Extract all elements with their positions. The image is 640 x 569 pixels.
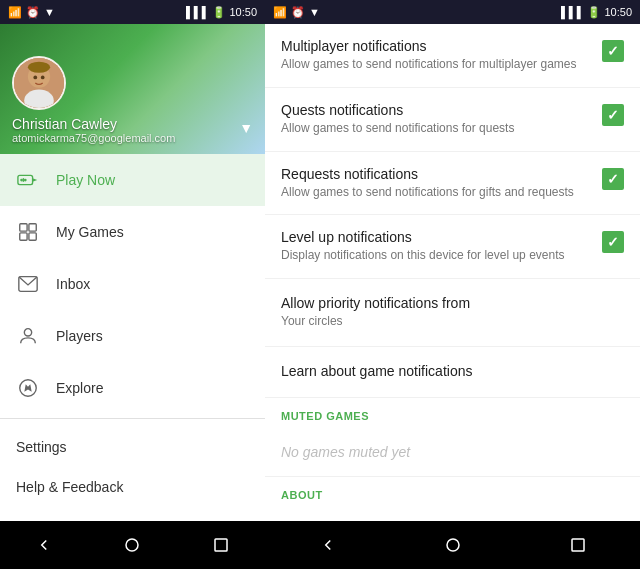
quests-notif-title: Quests notifications [281, 102, 590, 118]
svg-point-15 [24, 328, 31, 335]
priority-link[interactable]: Allow priority notifications from Your c… [265, 279, 640, 347]
levelup-notif-title: Level up notifications [281, 229, 590, 245]
svg-rect-11 [29, 223, 36, 230]
priority-sub: Your circles [281, 313, 624, 330]
quests-notif-item: Quests notifications Allow games to send… [265, 88, 640, 152]
requests-notif-text: Requests notifications Allow games to se… [281, 166, 602, 201]
multiplayer-notif-desc: Allow games to send notifications for mu… [281, 56, 590, 73]
quests-checkmark: ✓ [607, 107, 619, 123]
my-games-label: My Games [56, 224, 124, 240]
learn-title: Learn about game notifications [281, 363, 624, 379]
svg-point-8 [24, 178, 27, 181]
right-alarm-icon: ⏰ [291, 6, 305, 19]
status-left-icons: 📶 ⏰ ▼ [8, 6, 55, 19]
avatar-face [14, 58, 64, 108]
svg-rect-21 [572, 539, 584, 551]
quests-notif-text: Quests notifications Allow games to send… [281, 102, 602, 137]
svg-point-20 [447, 539, 459, 551]
multiplayer-notif-title: Multiplayer notifications [281, 38, 590, 54]
svg-marker-17 [24, 384, 31, 391]
right-status-left: 📶 ⏰ ▼ [273, 6, 320, 19]
left-status-bar: 📶 ⏰ ▼ ▌▌▌ 🔋 10:50 [0, 0, 265, 24]
right-recent-button[interactable] [558, 525, 598, 565]
play-now-icon [16, 168, 40, 192]
play-now-label: Play Now [56, 172, 115, 188]
svg-rect-13 [29, 232, 36, 239]
inbox-icon [16, 272, 40, 296]
right-back-button[interactable] [308, 525, 348, 565]
sidebar-item-play-now[interactable]: Play Now [0, 154, 265, 206]
alarm-icon: ⏰ [26, 6, 40, 19]
players-label: Players [56, 328, 103, 344]
levelup-checkmark: ✓ [607, 234, 619, 250]
avatar [12, 56, 66, 110]
requests-notif-item: Requests notifications Allow games to se… [265, 152, 640, 216]
muted-section-header: MUTED GAMES [265, 398, 640, 428]
recent-button[interactable] [201, 525, 241, 565]
right-content: Multiplayer notifications Allow games to… [265, 24, 640, 521]
svg-rect-19 [215, 539, 227, 551]
muted-placeholder: No games muted yet [265, 428, 640, 477]
svg-point-4 [33, 76, 37, 80]
levelup-notif-desc: Display notifications on this device for… [281, 247, 590, 264]
levelup-notif-text: Level up notifications Display notificat… [281, 229, 602, 264]
left-time: 10:50 [229, 6, 257, 18]
quests-notif-desc: Allow games to send notifications for qu… [281, 120, 590, 137]
profile-area: Christian Cawley atomickarma75@googlemai… [0, 24, 265, 154]
home-button[interactable] [112, 525, 152, 565]
explore-label: Explore [56, 380, 103, 396]
bottom-menu: Settings Help & Feedback [0, 423, 265, 511]
right-status-bar: 📶 ⏰ ▼ ▌▌▌ 🔋 10:50 [265, 0, 640, 24]
right-status-right: ▌▌▌ 🔋 10:50 [561, 6, 632, 19]
about-section-header: ABOUT [265, 477, 640, 507]
wifi-icon: ▼ [44, 6, 55, 18]
menu-divider [0, 418, 265, 419]
sidebar-item-players[interactable]: Players [0, 310, 265, 362]
requests-checkmark: ✓ [607, 171, 619, 187]
right-nav-bar [265, 521, 640, 569]
learn-link[interactable]: Learn about game notifications [265, 347, 640, 398]
settings-item[interactable]: Settings [0, 427, 265, 467]
svg-point-2 [28, 62, 50, 73]
signal-icon: ▌▌▌ [186, 6, 209, 18]
sidebar-item-my-games[interactable]: My Games [0, 206, 265, 258]
right-panel: 📶 ⏰ ▼ ▌▌▌ 🔋 10:50 Multiplayer notificati… [265, 0, 640, 569]
levelup-notif-item: Level up notifications Display notificat… [265, 215, 640, 279]
left-panel: 📶 ⏰ ▼ ▌▌▌ 🔋 10:50 [0, 0, 265, 569]
right-signal-icon: ▌▌▌ [561, 6, 584, 18]
status-right: ▌▌▌ 🔋 10:50 [186, 6, 257, 19]
players-icon [16, 324, 40, 348]
multiplayer-checkbox[interactable]: ✓ [602, 40, 624, 62]
sidebar-item-explore[interactable]: Explore [0, 362, 265, 414]
explore-icon [16, 376, 40, 400]
user-email: atomickarma75@googlemail.com [12, 132, 253, 144]
requests-notif-desc: Allow games to send notifications for gi… [281, 184, 590, 201]
bluetooth-icon: 📶 [8, 6, 22, 19]
menu-items: Play Now My Games Inbox [0, 154, 265, 521]
user-info: Christian Cawley atomickarma75@googlemai… [12, 116, 253, 144]
right-time: 10:50 [604, 6, 632, 18]
left-nav-bar [0, 521, 265, 569]
multiplayer-notif-item: Multiplayer notifications Allow games to… [265, 24, 640, 88]
right-home-button[interactable] [433, 525, 473, 565]
back-button[interactable] [24, 525, 64, 565]
about-content: Play Games version 3.4.12 (2379351-038) [265, 507, 640, 521]
right-bluetooth-icon: 📶 [273, 6, 287, 19]
multiplayer-checkmark: ✓ [607, 43, 619, 59]
sidebar-item-inbox[interactable]: Inbox [0, 258, 265, 310]
priority-title: Allow priority notifications from [281, 295, 624, 311]
svg-rect-12 [20, 232, 27, 239]
right-battery-icon: 🔋 [587, 6, 601, 19]
requests-checkbox[interactable]: ✓ [602, 168, 624, 190]
levelup-checkbox[interactable]: ✓ [602, 231, 624, 253]
svg-point-18 [126, 539, 138, 551]
multiplayer-notif-text: Multiplayer notifications Allow games to… [281, 38, 602, 73]
svg-rect-10 [20, 223, 27, 230]
dropdown-arrow-icon[interactable]: ▼ [239, 120, 253, 136]
inbox-label: Inbox [56, 276, 90, 292]
user-name: Christian Cawley [12, 116, 253, 132]
help-item[interactable]: Help & Feedback [0, 467, 265, 507]
quests-checkbox[interactable]: ✓ [602, 104, 624, 126]
requests-notif-title: Requests notifications [281, 166, 590, 182]
my-games-icon [16, 220, 40, 244]
